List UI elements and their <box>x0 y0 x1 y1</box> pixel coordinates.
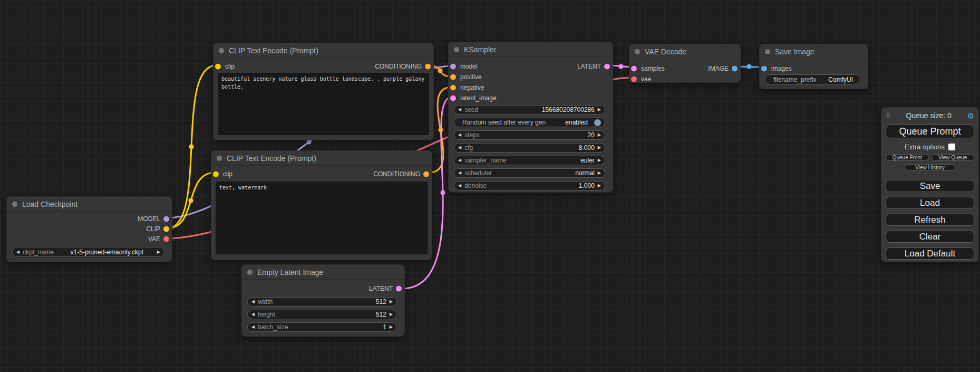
load-default-button[interactable]: Load Default <box>886 247 974 260</box>
positive-prompt-textarea[interactable]: beautiful scenery nature glass bottle la… <box>218 73 429 135</box>
sampler-name-widget[interactable]: ◀ sampler_name euler ▶ <box>454 156 605 165</box>
seed-widget[interactable]: ◀ seed 156680208700286 ▶ <box>454 105 605 115</box>
denoise-widget[interactable]: ◀ denoise 1.000 ▶ <box>454 181 605 190</box>
link-midpoint-dot <box>189 145 194 149</box>
output-slot-latent[interactable] <box>396 286 402 292</box>
widget-label: ckpt_name <box>23 249 54 256</box>
input-slot-samples[interactable] <box>631 66 637 72</box>
collapse-dot-icon[interactable] <box>247 270 253 275</box>
widget-label: scheduler <box>464 169 492 177</box>
drag-handle-icon[interactable]: ⠿ <box>886 112 890 119</box>
collapse-dot-icon[interactable] <box>217 156 222 161</box>
filename-prefix-widget[interactable]: filename_prefix ComfyUI <box>765 74 860 84</box>
batch-size-widget[interactable]: ◀ batch_size 1 ▶ <box>247 322 397 332</box>
output-slot-vae[interactable] <box>163 236 169 242</box>
queue-front-button[interactable]: Queue Front <box>886 154 929 161</box>
node-save-image[interactable]: Save Image images filename_prefix ComfyU… <box>759 44 868 89</box>
queue-prompt-button[interactable]: Queue Prompt <box>886 125 974 138</box>
toggle-circle-icon[interactable] <box>594 119 601 126</box>
view-history-button[interactable]: View History <box>905 164 955 171</box>
increment-arrow-icon[interactable]: ▶ <box>598 171 601 175</box>
queue-size-label: Queue size: 0 <box>890 111 967 120</box>
input-slot-vae[interactable] <box>631 77 637 82</box>
input-slot-latent-image[interactable] <box>450 96 456 101</box>
random-seed-toggle-widget[interactable]: Random seed after every gen enabled <box>454 118 605 127</box>
gear-icon[interactable]: ⚙ <box>967 112 974 120</box>
decrement-arrow-icon[interactable]: ◀ <box>251 325 255 329</box>
input-slot-clip[interactable] <box>213 171 219 177</box>
increment-arrow-icon[interactable]: ▶ <box>598 158 601 163</box>
widget-value: 156680208700286 <box>542 106 595 113</box>
collapse-dot-icon[interactable] <box>219 48 224 53</box>
increment-arrow-icon[interactable]: ▶ <box>598 146 601 150</box>
decrement-arrow-icon[interactable]: ◀ <box>251 312 255 317</box>
increment-arrow-icon[interactable]: ▶ <box>390 300 393 304</box>
cfg-widget[interactable]: ◀ cfg 8.000 ▶ <box>454 143 605 152</box>
output-slot-model[interactable] <box>163 216 169 222</box>
save-button[interactable]: Save <box>886 180 974 192</box>
input-label-images: images <box>771 65 792 72</box>
link-midpoint-dot <box>438 69 443 73</box>
decrement-arrow-icon[interactable]: ◀ <box>458 108 461 112</box>
output-label-latent: LATENT <box>369 285 393 292</box>
input-slot-clip[interactable] <box>215 64 221 70</box>
extra-options-checkbox[interactable] <box>948 144 955 150</box>
widget-value: 1.000 <box>579 182 595 189</box>
node-load-checkpoint[interactable]: Load Checkpoint MODEL CLIP VAE ◀ ckpt_na… <box>6 196 172 262</box>
height-widget[interactable]: ◀ height 512 ▶ <box>247 310 397 319</box>
output-slot-image[interactable] <box>732 66 738 72</box>
view-queue-button[interactable]: View Queue <box>932 154 975 161</box>
node-title: CLIP Text Encode (Prompt) <box>227 154 316 163</box>
widget-value: 512 <box>376 311 386 318</box>
widget-value: enabled <box>565 119 588 126</box>
increment-arrow-icon[interactable]: ▶ <box>598 133 601 137</box>
collapse-dot-icon[interactable] <box>635 49 640 54</box>
widget-label: height <box>258 311 275 318</box>
node-ksampler[interactable]: KSampler model LATENT positive negative … <box>448 42 613 193</box>
decrement-arrow-icon[interactable]: ◀ <box>458 146 461 150</box>
decrement-arrow-icon[interactable]: ◀ <box>16 250 20 254</box>
link-midpoint-dot <box>189 198 193 203</box>
load-button[interactable]: Load <box>886 197 974 209</box>
widget-value: v1-5-pruned-emaonly.ckpt <box>57 249 157 256</box>
decrement-arrow-icon[interactable]: ◀ <box>458 158 461 163</box>
node-empty-latent-image[interactable]: Empty Latent Image LATENT ◀ width 512 ▶ … <box>241 264 405 337</box>
input-slot-model[interactable] <box>450 64 456 70</box>
output-slot-clip[interactable] <box>163 226 169 232</box>
decrement-arrow-icon[interactable]: ◀ <box>458 184 461 188</box>
clear-button[interactable]: Clear <box>886 231 974 243</box>
widget-value: normal <box>575 169 595 177</box>
negative-prompt-textarea[interactable]: text, watermark <box>216 182 428 254</box>
increment-arrow-icon[interactable]: ▶ <box>598 184 601 188</box>
node-clip-text-encode-positive[interactable]: CLIP Text Encode (Prompt) clip CONDITION… <box>213 43 434 140</box>
scheduler-widget[interactable]: ◀ scheduler normal ▶ <box>454 168 605 178</box>
input-slot-images[interactable] <box>761 66 767 72</box>
increment-arrow-icon[interactable]: ▶ <box>598 108 601 112</box>
collapse-dot-icon[interactable] <box>454 47 459 52</box>
refresh-button[interactable]: Refresh <box>886 214 974 226</box>
increment-arrow-icon[interactable]: ▶ <box>157 250 160 254</box>
collapse-dot-icon[interactable] <box>12 202 17 207</box>
output-label-model: MODEL <box>138 215 160 223</box>
collapse-dot-icon[interactable] <box>765 49 770 54</box>
decrement-arrow-icon[interactable]: ◀ <box>458 171 461 175</box>
increment-arrow-icon[interactable]: ▶ <box>390 312 393 317</box>
widget-label: denoise <box>464 182 487 189</box>
node-clip-text-encode-negative[interactable]: CLIP Text Encode (Prompt) clip CONDITION… <box>211 150 432 260</box>
input-label-negative: negative <box>460 84 484 91</box>
output-slot-conditioning[interactable] <box>425 64 431 70</box>
widget-value: 8.000 <box>579 144 595 151</box>
output-slot-latent[interactable] <box>604 64 610 70</box>
output-slot-conditioning[interactable] <box>423 171 429 177</box>
increment-arrow-icon[interactable]: ▶ <box>390 325 393 329</box>
steps-widget[interactable]: ◀ steps 20 ▶ <box>454 130 605 140</box>
node-vae-decode[interactable]: VAE Decode samples IMAGE vae <box>629 44 741 83</box>
decrement-arrow-icon[interactable]: ◀ <box>458 133 461 137</box>
widget-label: filename_prefix <box>773 76 816 83</box>
decrement-arrow-icon[interactable]: ◀ <box>251 300 255 304</box>
input-slot-negative[interactable] <box>450 85 456 91</box>
input-slot-positive[interactable] <box>450 74 456 80</box>
output-label-conditioning: CONDITIONING <box>373 170 420 178</box>
width-widget[interactable]: ◀ width 512 ▶ <box>247 297 397 307</box>
ckpt-name-widget[interactable]: ◀ ckpt_name v1-5-pruned-emaonly.ckpt ▶ <box>12 247 164 257</box>
